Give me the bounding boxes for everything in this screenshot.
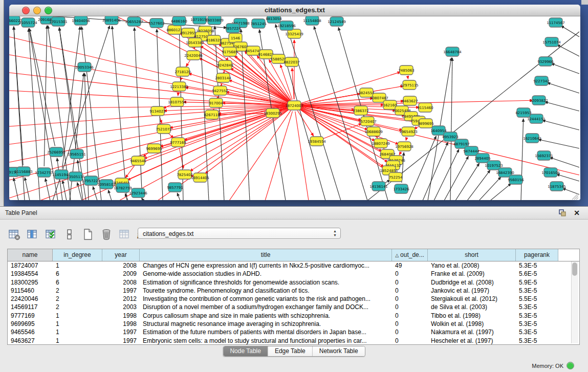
citation-edge-black[interactable] [46, 179, 50, 200]
graph-node[interactable]: 7857224 [225, 24, 241, 33]
graph-node[interactable]: 13325419 [285, 29, 303, 38]
graph-node[interactable]: 917004 [209, 98, 223, 107]
row-height-icon[interactable] [62, 228, 76, 242]
graph-node[interactable]: 7521072 [156, 124, 171, 134]
citation-edge-black[interactable] [30, 29, 55, 146]
graph-node[interactable]: 9777169 [170, 138, 186, 147]
citation-edge-black[interactable] [108, 190, 112, 200]
graph-node[interactable]: 17016504 [541, 168, 560, 177]
table-row[interactable]: 946554611997Estimation of the future num… [8, 328, 579, 336]
citation-edge-black[interactable] [81, 27, 101, 200]
citation-edge-black[interactable] [62, 27, 80, 168]
citation-edge-red[interactable] [185, 87, 288, 104]
graph-node[interactable]: 9329966 [537, 57, 554, 66]
graph-node[interactable]: 12093822 [530, 96, 548, 105]
table-row[interactable]: 2242004622012Investigating the contribut… [8, 295, 579, 303]
graph-node[interactable]: 16648784 [443, 47, 462, 56]
tab-node-table[interactable]: Node Table [223, 346, 268, 356]
citation-edge-black[interactable] [562, 188, 579, 194]
table-row[interactable]: 1456911722003Disruption of a novel membe… [8, 303, 579, 311]
citation-edge-black[interactable] [444, 157, 468, 200]
citation-edge-black[interactable] [289, 31, 341, 200]
citation-edge-red[interactable] [178, 93, 179, 96]
graph-node[interactable]: 22420046 [184, 51, 203, 60]
graph-node[interactable]: 15692371 [535, 151, 553, 160]
table-row[interactable]: 911546021997Tourette syndrome. Phenomeno… [8, 287, 579, 295]
graph-node[interactable]: 11156883 [14, 167, 33, 176]
graph-node[interactable]: 9134023 [149, 106, 165, 116]
graph-node[interactable]: 25266950 [47, 147, 66, 157]
citation-edge-black[interactable] [556, 174, 579, 181]
citation-edge-black[interactable] [545, 102, 579, 111]
graph-node[interactable]: 7485063 [398, 65, 414, 75]
close-icon[interactable]: ✕ [573, 209, 581, 217]
graph-node[interactable]: 12213383 [170, 82, 188, 91]
graph-node[interactable]: 16033809 [205, 16, 224, 25]
citation-edge-black[interactable] [62, 181, 67, 200]
citation-edge-black[interactable] [547, 83, 579, 93]
new-table-icon[interactable] [81, 228, 95, 242]
graph-node[interactable]: 10543382 [186, 38, 204, 47]
delete-table-icon[interactable] [99, 228, 113, 242]
citation-edge-black[interactable] [25, 178, 30, 200]
citation-edge-black[interactable] [455, 163, 480, 200]
citation-edge-red[interactable] [125, 166, 135, 178]
citation-edge-black[interactable] [450, 58, 452, 200]
table-row[interactable]: 969969511998Structural magnetic resonanc… [8, 320, 579, 328]
graph-node[interactable]: 9427552 [212, 86, 228, 95]
table-vertical-scrollbar[interactable] [571, 261, 578, 343]
graph-node[interactable]: 17015301 [49, 17, 68, 26]
table-panel-titlebar[interactable]: Table Panel ✕ [0, 207, 588, 220]
column-header-title[interactable]: title [140, 249, 392, 261]
table-row[interactable]: 1938455462009Genome-wide association stu… [8, 270, 579, 278]
graph-node[interactable]: 12342757 [35, 168, 53, 177]
graph-node[interactable]: 9115460 [417, 103, 433, 112]
citation-edge-red[interactable] [9, 105, 288, 108]
graph-node[interactable]: 19565151 [68, 149, 86, 159]
window-resize-grip[interactable] [574, 195, 578, 200]
window-resize-grip[interactable] [576, 198, 578, 200]
graph-node[interactable]: 1546 [229, 33, 242, 42]
citation-edge-red[interactable] [377, 137, 378, 138]
graph-node[interactable]: 11875345 [548, 182, 566, 191]
graph-node[interactable]: 9227342 [533, 76, 549, 85]
graph-node[interactable]: 12975115 [400, 80, 419, 90]
graph-node[interactable]: 18300295 [264, 108, 282, 118]
citation-edge-black[interactable] [423, 142, 448, 200]
graph-node[interactable]: 16210643 [523, 134, 541, 143]
graph-node[interactable]: 20891406 [102, 16, 121, 25]
table-columns-icon[interactable] [26, 228, 39, 242]
citation-edge-red[interactable] [406, 138, 407, 141]
graph-node[interactable]: 11174567 [547, 18, 565, 27]
graph-node[interactable]: 19654923 [399, 127, 418, 136]
table-row[interactable]: 977716911998Corpus callosum shape and si… [8, 312, 579, 320]
network-view[interactable]: 1872400788601231822605889129558127509818… [9, 16, 580, 200]
tab-edge-table[interactable]: Edge Table [268, 346, 313, 356]
graph-node[interactable]: 752254 [389, 172, 403, 182]
citation-edge-red[interactable] [9, 107, 288, 180]
citation-edge-black[interactable] [14, 27, 23, 165]
graph-node[interactable]: 8267110 [204, 110, 220, 119]
graph-node[interactable]: 19756928 [395, 142, 413, 151]
citation-edge-black[interactable] [44, 26, 47, 166]
tab-network-table[interactable]: Network Table [313, 346, 365, 356]
graph-node[interactable]: 11154808 [303, 16, 321, 25]
citation-edge-black[interactable] [490, 184, 511, 200]
graph-node[interactable]: 6486160 [171, 16, 187, 26]
graph-node[interactable]: 19218596 [277, 21, 296, 30]
graph-node[interactable]: 8822037 [284, 57, 299, 67]
graph-node[interactable]: 18807249 [372, 139, 390, 148]
graph-node[interactable]: 21055724 [19, 18, 37, 27]
table-row[interactable]: 1872400712008Changes of HCN gene express… [8, 261, 579, 270]
graph-node[interactable]: 9699695 [146, 144, 162, 153]
network-window-titlebar[interactable]: citations_edges.txt [9, 5, 580, 16]
graph-node[interactable]: 2386372 [353, 106, 368, 115]
citation-edge-red[interactable] [168, 133, 173, 138]
column-header-pagerank[interactable]: pagerank [516, 249, 558, 261]
citation-edge-red[interactable] [186, 60, 190, 67]
graph-node[interactable]: 9175685 [222, 47, 237, 56]
graph-node[interactable]: 9465546 [130, 156, 146, 165]
table-select-dropdown[interactable]: citations_edges.txt ▲▼ [138, 228, 341, 239]
column-header-in_degree[interactable]: in_degree [53, 249, 102, 261]
graph-node[interactable]: 19384554 [308, 137, 326, 146]
